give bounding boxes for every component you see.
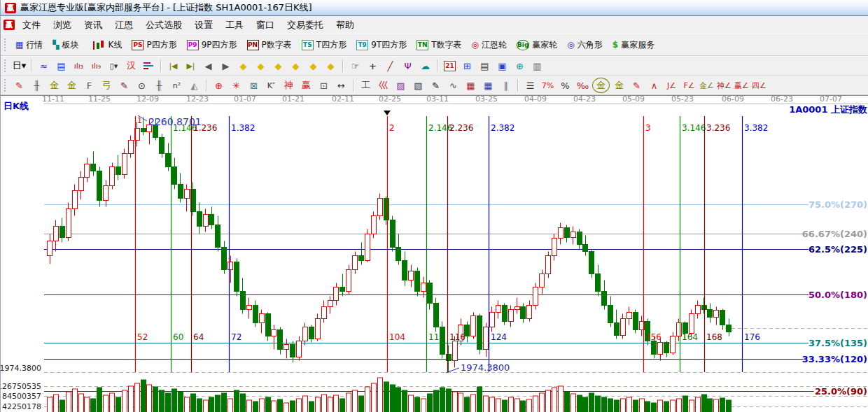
printer-icon[interactable]: ▥ [529,59,545,73]
fan-box-1-icon[interactable]: ▨ [393,78,409,92]
toolbar-grip[interactable] [4,79,8,92]
shen-grid-icon[interactable]: 神 [281,78,297,92]
zoom-out-x-icon[interactable]: ◆ [270,59,286,73]
menu-item-帮助[interactable]: 帮助 [330,17,360,34]
feature-T四方形[interactable]: TST四方形 [297,37,351,53]
time-grid-icon[interactable]: ▦ [480,78,496,92]
gann-box-icon[interactable]: ⊠ [246,78,262,92]
menu-item-工具[interactable]: 工具 [219,17,250,34]
wave-tool-icon[interactable]: ∿ [445,78,461,92]
menu-item-浏览[interactable]: 浏览 [47,17,78,34]
network-icon[interactable]: ⊕ [512,59,528,73]
period-day-icon[interactable]: 日▾ [11,59,27,73]
feature-T数字表[interactable]: TNT数字表 [412,37,466,53]
stats-list-icon[interactable]: ☰ [522,78,538,92]
menu-item-江恩[interactable]: 江恩 [108,17,139,34]
feature-9P四方形[interactable]: P99P四方形 [182,37,242,53]
gold-lines-icon[interactable]: 金 [611,78,627,92]
toolbar-grip[interactable] [4,38,8,51]
trendline-tool-icon[interactable]: ╱ [382,59,398,73]
gold-circle-icon[interactable]: 金 [592,78,610,93]
ruler-tool-icon[interactable]: ╫ [151,78,167,92]
menu-bar[interactable]: 赢 文件浏览资讯江恩公式选股设置工具窗口交易委托帮助 [1,16,868,34]
window-titlebar[interactable]: 赢 赢家江恩专业版[赢家内部服务平台] - [上证指数 SH1A0001-167… [1,0,868,16]
beam-tool-icon[interactable]: 工 [358,78,374,92]
n-square-icon[interactable]: n² [169,78,185,92]
feature-板块[interactable]: ▚板块 [48,37,83,53]
zoom-in-x-icon[interactable]: ◆ [288,59,304,73]
fork-tool-icon[interactable]: Ψ [400,59,416,73]
shift-right-icon[interactable]: ◆ [253,59,269,73]
f-grid-icon[interactable]: F [81,78,97,92]
kline-chart-area[interactable]: 11-1111-2512-0912-2301-0701-2102-1102-25… [1,95,868,412]
gann-compass-icon[interactable]: ⊙ [134,78,150,92]
pen-bars-icon[interactable]: ✎ [629,78,645,92]
feature-六角形[interactable]: ◎六角形 [562,37,607,53]
pattern-icon[interactable]: ≈ [36,59,52,73]
menu-item-交易委托[interactable]: 交易委托 [281,17,330,34]
jump-first-icon[interactable]: |◀ [165,59,181,73]
parallel-lines-icon[interactable]: ∥ [498,78,514,92]
gann-star-icon[interactable]: ✳ [228,78,244,92]
crosshair-tool-icon[interactable]: + [365,59,381,73]
k-lines-icon[interactable]: K″ [263,78,279,92]
bars-3-icon[interactable]: ılı₃ [71,59,87,73]
menu-item-窗口[interactable]: 窗口 [250,17,281,34]
feature-P数字表[interactable]: PNP数字表 [242,37,297,53]
histogram-icon[interactable] [141,59,157,73]
notes-icon[interactable]: ▤ [477,59,493,73]
kline-chart[interactable]: 11-1111-2512-0912-2301-0701-2102-1102-25… [1,96,868,412]
percent-7-icon[interactable]: 7% [540,78,556,92]
feature-toolbar[interactable]: ▦行情▚板块K线PSP四方形P99P四方形PNP数字表TST四方形T99T四方形… [1,34,868,56]
j-angle-icon[interactable]: J∠ [664,78,680,92]
gann-pen-icon[interactable]: ✎ [11,78,27,92]
cloud-tool-icon[interactable]: ☁ [417,59,433,73]
bars-9-icon[interactable]: ılı₉ [88,59,104,73]
angle-flag-icon[interactable]: ◭ [186,78,202,92]
menu-item-文件[interactable]: 文件 [16,17,47,34]
gold-grid-1-icon[interactable]: 金 [46,78,62,92]
span-arrow-icon[interactable]: ↔ [333,78,349,92]
menu-item-设置[interactable]: 设置 [188,17,219,34]
gann-circle-icon[interactable]: ⊕ [211,78,227,92]
grid-123-icon[interactable]: ⊡ [316,78,332,92]
percent-icon[interactable]: % [557,78,573,92]
price-grid-icon[interactable]: ▦ [463,78,479,92]
shen-angle-icon[interactable]: 神∠ [716,78,732,92]
step-forward-icon[interactable]: ▶ [218,59,234,73]
feature-赢家轮[interactable]: Big赢家轮 [512,37,562,53]
drawing-toolbar[interactable]: ✎╫金金F弓✎⊙╫n²◭⊕✳⊠K″神赢⊡↔工巛▨▧✎∿▦▦∥☰7%%‰金金✎∧J… [1,76,868,95]
candle-style-icon[interactable]: ▯▾ [106,59,122,73]
feature-K线[interactable]: K线 [84,36,127,53]
calculator-icon[interactable]: ⊞ [459,59,475,73]
percent-line-icon[interactable]: ‰ [575,78,591,92]
cn-marker-icon[interactable]: 汉 [123,59,139,73]
expand-view-icon[interactable]: ◆ [323,59,339,73]
shift-left-icon[interactable]: ◆ [235,59,251,73]
feature-赢家服务[interactable]: $赢家服务 [608,37,659,53]
feature-行情[interactable]: ▦行情 [10,37,48,53]
hand-tool-icon[interactable]: ☞ [347,59,363,73]
menu-item-公式选股[interactable]: 公式选股 [139,17,188,34]
f-angle-icon[interactable]: F∠ [681,78,697,92]
info-list-icon[interactable]: ▤ [53,59,69,73]
step-back-icon[interactable]: ◀ [200,59,216,73]
jump-last-icon[interactable]: ▶| [183,59,199,73]
main-toolbar[interactable]: 日▾≈▤ılı₃ılı₉▯▾汉|◀▶|◀▶◆◆◆◆◆◆☞+╱Ψ☁21⊞▤▣⊕▥ [1,56,868,76]
feature-9T四方形[interactable]: T99T四方形 [351,37,412,53]
calendar-icon[interactable]: 21 [442,59,458,73]
feature-江恩轮[interactable]: ◎江恩轮 [466,37,511,53]
four-angle-icon[interactable]: 四∠ [751,78,767,92]
line-pen-icon[interactable]: ✎ [428,78,444,92]
compress-view-icon[interactable]: ◆ [305,59,321,73]
spiral-tool-icon[interactable]: 弓 [99,78,115,92]
grid-tool-icon[interactable]: ╫ [29,78,45,92]
a-wave-icon[interactable]: ∧ [646,78,662,92]
gann-fan-icon[interactable]: 巛 [375,78,391,92]
gold-angle-icon[interactable]: 金∠ [699,78,715,92]
win-grid-icon[interactable]: 赢 [298,78,314,92]
win-angle-icon[interactable]: 赢∠ [734,78,750,92]
toolbar-grip[interactable] [4,59,8,72]
gold-grid-2-icon[interactable]: 金 [64,78,80,92]
save-icon[interactable]: ▣ [494,59,510,73]
